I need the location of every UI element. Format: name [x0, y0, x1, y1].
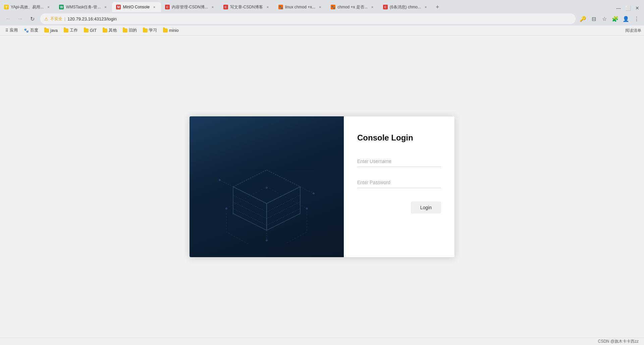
page-content: Console Login Login — [0, 36, 644, 338]
separator: | — [64, 16, 65, 21]
tab-label-csdn3: (6条消息) chmo... — [390, 4, 421, 10]
bookmark-study-label: 学习 — [149, 27, 157, 33]
console-login-title: Console Login — [357, 133, 441, 142]
address-right-icons: 🔑 ⊟ ☆ 🧩 👤 ⋮ — [578, 14, 641, 23]
tab-chmod1[interactable]: 🐾 linux chmod +x... × — [274, 2, 327, 12]
bookmark-others-label: 其他 — [109, 27, 117, 33]
svg-point-19 — [266, 187, 268, 189]
tab-close-chmod1[interactable]: × — [317, 4, 323, 10]
tab-controls: — ⬜ ✕ — [614, 4, 644, 12]
tab-close-csdn3[interactable]: × — [423, 4, 428, 10]
bookmark-old[interactable]: 旧的 — [120, 27, 140, 34]
login-form-panel: Console Login Login — [344, 116, 454, 257]
tab-label-chmod1: linux chmod +x... — [285, 5, 315, 9]
security-warning-text: 不安全 — [50, 16, 62, 22]
address-bar: ← → ↻ ⚠ 不安全 | 120.79.23.16:43123/login 🔑… — [0, 12, 644, 25]
bookmark-others[interactable]: 其他 — [100, 27, 119, 34]
bookmarks-bar: ⠿ 应用 🐾 百度 java 工作 GIT 其他 旧的 学习 — [0, 25, 644, 36]
tab-favicon-yapi: Y — [4, 5, 9, 9]
tab-label-csdn2: 写文章-CSDN博客 — [230, 4, 263, 10]
bookmark-minio-label: minio — [169, 28, 179, 33]
bookmark-star-icon[interactable]: ☆ — [600, 14, 609, 23]
username-input[interactable] — [357, 156, 441, 167]
tab-csdn1[interactable]: C 内容管理-CSDN博... × — [161, 2, 219, 12]
svg-line-10 — [300, 187, 314, 193]
close-button[interactable]: ✕ — [633, 4, 641, 12]
bookmark-apps[interactable]: ⠿ 应用 — [3, 27, 20, 34]
bookmark-study[interactable]: 学习 — [140, 27, 160, 34]
tab-favicon-wmstask: W — [59, 5, 64, 9]
bookmark-git[interactable]: GIT — [81, 27, 99, 34]
tab-close-csdn1[interactable]: × — [210, 4, 215, 10]
tab-label-yapi: YApi-高效、易用... — [11, 4, 44, 10]
back-button[interactable]: ← — [3, 13, 13, 24]
minimize-button[interactable]: — — [614, 4, 623, 12]
password-input[interactable] — [357, 177, 441, 188]
tab-bar: Y YApi-高效、易用... × W WMSTask任务-管... × M M… — [0, 0, 644, 12]
tab-favicon-chmod2: 🐾 — [331, 5, 335, 9]
login-illustration-panel — [190, 116, 344, 257]
status-bar: CSDN @旗木卡卡西zz — [0, 338, 644, 345]
extensions-icon[interactable]: 🧩 — [610, 14, 620, 23]
tab-chmod2[interactable]: 🐾 chmod +x 是否... × — [327, 2, 379, 12]
reader-mode-area: 阅读清单 — [625, 27, 641, 34]
tab-close-wmstask[interactable]: × — [103, 4, 108, 10]
apps-icon: ⠿ — [5, 28, 8, 33]
bookmark-minio[interactable]: minio — [160, 27, 181, 34]
tab-close-csdn2[interactable]: × — [265, 4, 270, 10]
browser-chrome: Y YApi-高效、易用... × W WMSTask任务-管... × M M… — [0, 0, 644, 36]
svg-point-15 — [232, 213, 234, 214]
tab-yapi[interactable]: Y YApi-高效、易用... × — [0, 2, 55, 12]
svg-point-13 — [313, 192, 315, 194]
server-illustration-svg — [213, 150, 320, 244]
tab-favicon-csdn2: C — [223, 5, 228, 9]
folder-others-icon — [103, 28, 107, 33]
maximize-button[interactable]: ⬜ — [624, 4, 632, 12]
tab-close-chmod2[interactable]: × — [370, 4, 375, 10]
folder-work-icon — [64, 28, 68, 33]
tab-close-yapi[interactable]: × — [46, 4, 51, 10]
svg-point-14 — [266, 239, 268, 241]
tab-csdn3[interactable]: C (6条消息) chmo... × — [379, 2, 432, 12]
svg-line-6 — [267, 195, 300, 212]
reload-button[interactable]: ↻ — [27, 13, 38, 24]
account-icon[interactable]: 👤 — [621, 14, 631, 23]
tab-minio[interactable]: M MinIO Console × — [112, 2, 161, 12]
translate-icon[interactable]: ⊟ — [589, 14, 598, 23]
address-text: 120.79.23.16:43123/login — [67, 16, 572, 21]
reader-mode-text: 阅读清单 — [625, 28, 641, 33]
forward-button[interactable]: → — [15, 13, 25, 24]
tab-favicon-csdn1: C — [165, 5, 170, 9]
tab-favicon-csdn3: C — [383, 5, 388, 9]
password-group — [357, 177, 441, 188]
login-button[interactable]: Login — [411, 202, 441, 214]
tab-label-minio: MinIO Console — [123, 5, 149, 9]
svg-point-12 — [219, 179, 221, 181]
status-bar-text: CSDN @旗木卡卡西zz — [598, 339, 639, 344]
tab-favicon-minio: M — [116, 5, 121, 9]
svg-line-5 — [233, 209, 267, 225]
bookmark-git-label: GIT — [90, 28, 97, 33]
new-tab-button[interactable]: + — [432, 2, 442, 12]
baidu-icon: 🐾 — [24, 28, 29, 33]
bookmark-baidu-label: 百度 — [30, 27, 38, 33]
svg-line-8 — [267, 209, 300, 225]
bookmark-old-label: 旧的 — [129, 27, 137, 33]
tab-label-chmod2: chmod +x 是否... — [337, 4, 368, 10]
bookmark-work-label: 工作 — [70, 27, 78, 33]
menu-icon[interactable]: ⋮ — [632, 14, 641, 23]
tab-label-csdn1: 内容管理-CSDN博... — [172, 4, 208, 10]
bookmark-work[interactable]: 工作 — [61, 27, 80, 34]
key-icon[interactable]: 🔑 — [578, 14, 588, 23]
tab-close-minio[interactable]: × — [152, 4, 157, 10]
tab-wmstask[interactable]: W WMSTask任务-管... × — [55, 2, 112, 12]
folder-java-icon — [44, 28, 49, 33]
bookmark-java[interactable]: java — [42, 27, 60, 34]
bookmark-baidu[interactable]: 🐾 百度 — [21, 27, 41, 34]
svg-line-9 — [220, 180, 233, 187]
svg-point-18 — [225, 208, 227, 210]
folder-minio-icon — [163, 28, 168, 33]
svg-marker-2 — [267, 187, 300, 230]
address-input-wrapper[interactable]: ⚠ 不安全 | 120.79.23.16:43123/login — [40, 13, 576, 24]
tab-csdn2[interactable]: C 写文章-CSDN博客 × — [219, 2, 274, 12]
